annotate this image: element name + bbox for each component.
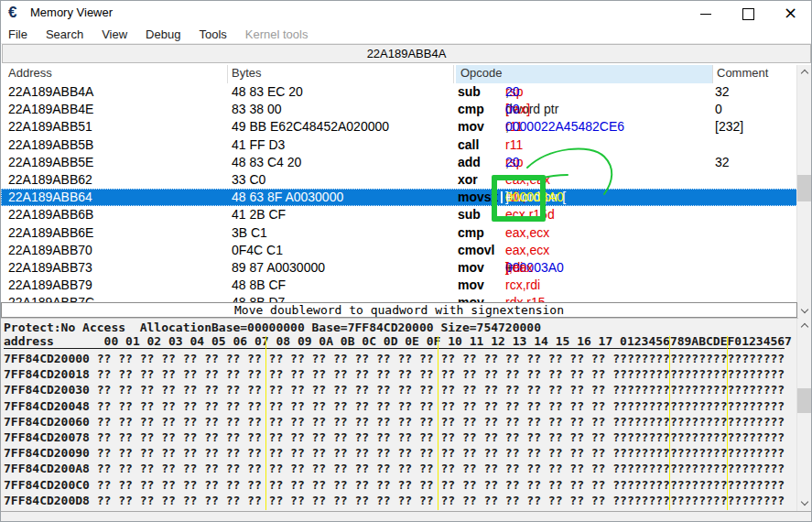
scroll-down-icon[interactable]	[797, 496, 812, 511]
hex-column-header: address 00 01 02 03 04 05 06 07 08 09 0A…	[4, 334, 785, 349]
disasm-row[interactable]: 22A189ABB7948 8B CFmovrcx,rdi	[1, 277, 798, 294]
menu-item-debug[interactable]: Debug	[136, 27, 189, 41]
scroll-up-icon[interactable]	[797, 319, 812, 333]
hex-row[interactable]: 7FF84CD20048 ?? ?? ?? ?? ?? ?? ?? ?? ?? …	[1, 398, 798, 414]
disasm-scrollbar-thumb[interactable]	[797, 175, 812, 201]
disasm-row[interactable]: 22A189ABB5149 BB E62C48452A020000movr11,…	[1, 118, 798, 136]
scroll-up-icon[interactable]	[797, 65, 812, 80]
close-button[interactable]	[769, 1, 811, 26]
disasm-row[interactable]: 22A189ABB5B41 FF D3callr11	[1, 136, 798, 154]
hex-view-panel[interactable]: Protect:No Access AllocationBase=0000000…	[1, 318, 798, 511]
column-header-bytes[interactable]: Bytes	[232, 66, 262, 80]
column-divider[interactable]	[712, 65, 713, 83]
disasm-column-header: Address Bytes Opcode Comment	[1, 65, 797, 83]
group-separator-line	[438, 336, 438, 510]
menu-item-search[interactable]: Search	[37, 27, 92, 41]
bottom-status-strip	[1, 511, 811, 522]
disasm-row[interactable]: 22A189ABB6233 C0xoreax,eax	[1, 171, 798, 189]
disasm-row[interactable]: 22A189ABB700F4C C1cmovleax,ecx	[1, 242, 798, 259]
hex-rows: 7FF84CD20000 ?? ?? ?? ?? ?? ?? ?? ?? ?? …	[1, 351, 798, 508]
hex-row[interactable]: 7FF84CD20060 ?? ?? ?? ?? ?? ?? ?? ?? ?? …	[1, 414, 798, 430]
minimize-button[interactable]	[685, 1, 727, 26]
title-bar: € Memory Viewer	[1, 1, 811, 26]
disassembly-list: 22A189ABB4A48 83 EC 20subrsp,203222A189A…	[1, 83, 798, 303]
menu-item-file[interactable]: File	[1, 27, 37, 41]
column-divider[interactable]	[453, 65, 454, 83]
region-info-line: Protect:No Access AllocationBase=0000000…	[1, 319, 798, 334]
annotation-highlight-rectangle	[492, 175, 546, 222]
group-separator-line	[265, 336, 266, 510]
hex-row[interactable]: 7FF84CD200A8 ?? ?? ?? ?? ?? ?? ?? ?? ?? …	[1, 461, 798, 476]
address-input[interactable]: 22A189ABB4A	[2, 44, 811, 63]
disasm-row[interactable]: 22A189ABB7389 87 A0030000mov[rdi+000003A…	[1, 259, 798, 277]
cheat-engine-logo-icon: €	[8, 5, 25, 21]
disasm-row[interactable]: 22A189ABB6B41 2B CFsubecx,r15d	[1, 206, 798, 223]
menu-bar: FileSearchViewDebugToolsKernel tools	[1, 26, 811, 44]
disasm-row[interactable]: 22A189ABB5E48 83 C4 20addrsp,2032	[1, 154, 798, 171]
disasm-scrollbar[interactable]	[796, 65, 811, 319]
hex-row[interactable]: 7FF84CD20078 ?? ?? ?? ?? ?? ?? ?? ?? ?? …	[1, 430, 798, 445]
menu-item-tools[interactable]: Tools	[189, 27, 235, 41]
menu-item-view[interactable]: View	[92, 27, 136, 41]
column-header-comment[interactable]: Comment	[717, 66, 768, 80]
column-divider[interactable]	[227, 65, 228, 83]
hex-scrollbar-thumb[interactable]	[797, 388, 812, 413]
menu-item-kernel-tools: Kernel tools	[236, 27, 318, 41]
memory-viewer-window: € Memory Viewer FileSearchViewDebugTools…	[0, 0, 812, 522]
column-header-opcode[interactable]: Opcode	[460, 66, 503, 80]
disasm-row[interactable]: 22A189ABB6448 63 8F A0030000movsxrcx,dwo…	[1, 189, 798, 206]
window-title: Memory Viewer	[30, 5, 113, 19]
hex-row[interactable]: 7FF84CD20090 ?? ?? ?? ?? ?? ?? ?? ?? ?? …	[1, 445, 798, 461]
disasm-row[interactable]: 22A189ABB4E83 38 00cmpdword ptr [rax],00…	[1, 101, 798, 118]
hex-row[interactable]: 7FF84CD20000 ?? ?? ?? ?? ?? ?? ?? ?? ?? …	[1, 351, 798, 366]
hex-scrollbar[interactable]	[796, 319, 811, 511]
group-separator-line	[727, 336, 728, 510]
disasm-row[interactable]: 22A189ABB4A48 83 EC 20subrsp,2032	[1, 83, 798, 101]
maximize-button[interactable]	[727, 1, 769, 26]
disasm-row[interactable]: 22A189ABB6E3B C1cmpeax,ecx	[1, 224, 798, 242]
hex-row[interactable]: 7FF84CD200D8 ?? ?? ?? ?? ?? ?? ?? ?? ?? …	[1, 493, 798, 508]
hex-row[interactable]: 7FF84CD20018 ?? ?? ?? ?? ?? ?? ?? ?? ?? …	[1, 366, 798, 382]
hex-row[interactable]: 7FF84CD20030 ?? ?? ?? ?? ?? ?? ?? ?? ?? …	[1, 382, 798, 397]
column-header-address[interactable]: Address	[8, 66, 52, 80]
hex-row[interactable]: 7FF84CD200C0 ?? ?? ?? ?? ?? ?? ?? ?? ?? …	[1, 477, 798, 493]
scroll-down-icon[interactable]	[797, 304, 812, 319]
instruction-description: Move doubleword to quadword with signext…	[1, 302, 797, 318]
group-separator-line	[669, 336, 670, 510]
